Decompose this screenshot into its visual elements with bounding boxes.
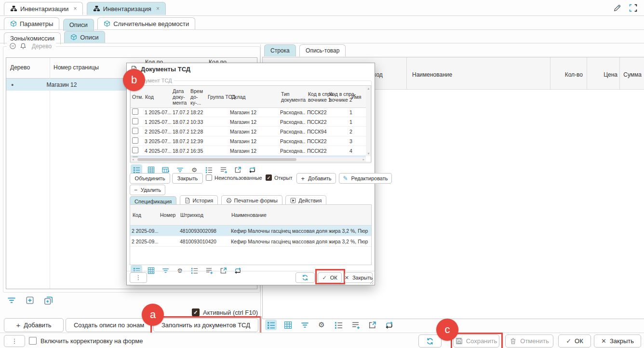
unused-checkbox-row: Неиспользованные bbox=[206, 174, 262, 181]
open-checkbox-label: Открыт bbox=[274, 175, 292, 181]
tsd-doc-row[interactable]: 3 2025-07...18.07.2512:39Магазин 12Расхо… bbox=[131, 136, 366, 146]
horizontal-scrollbar[interactable]: ◂ ▸ bbox=[131, 157, 366, 162]
tab-close-icon[interactable]: × bbox=[73, 5, 77, 12]
tab-stroka[interactable]: Строка bbox=[264, 44, 296, 56]
doc-add-button[interactable]: +Добавить bbox=[296, 173, 336, 184]
tab-opis-tovar[interactable]: Опись-товар bbox=[299, 44, 346, 56]
dialog-menu-button[interactable]: ⋮ bbox=[130, 272, 147, 283]
h-spec-name[interactable]: Наименование bbox=[231, 212, 267, 218]
close-x-icon: ✕ bbox=[601, 337, 606, 345]
tab-history[interactable]: История bbox=[180, 195, 218, 205]
h-type[interactable]: Тип документа bbox=[281, 91, 306, 103]
doc-delete-button[interactable]: −Удалить bbox=[130, 185, 165, 195]
row-checkbox[interactable] bbox=[132, 147, 138, 153]
edit-pencil-icon[interactable] bbox=[613, 4, 621, 12]
h-code[interactable]: Код bbox=[145, 94, 154, 100]
col-header-qty[interactable]: Кол-во bbox=[552, 71, 583, 78]
kebab-icon: ⋮ bbox=[135, 274, 141, 281]
save-button[interactable]: Сохранить bbox=[453, 335, 499, 348]
fullscreen-icon[interactable] bbox=[629, 4, 637, 12]
spec-row-selected[interactable]: 2 2025-09... 4810093002098 Кефир Малочны… bbox=[130, 226, 371, 236]
row-checkbox[interactable] bbox=[132, 128, 138, 134]
spec-table[interactable]: Код Номер Штрихкод Наименование 2 2025-0… bbox=[130, 204, 372, 265]
dialog-refresh-button[interactable] bbox=[295, 272, 315, 283]
loop-refresh-icon[interactable] bbox=[383, 320, 395, 330]
tsd-doc-row[interactable]: 1 2025-07...17.07.2518:22Магазин 12Расхо… bbox=[131, 107, 366, 117]
tsd-doc-table-header: Отм. Код Дата доку- мента Врем до- ку-..… bbox=[131, 86, 366, 108]
numbered-list-icon[interactable] bbox=[333, 320, 344, 330]
row-checkbox[interactable] bbox=[132, 137, 138, 144]
list-view-icon[interactable] bbox=[265, 320, 277, 330]
tab-close-icon[interactable]: × bbox=[156, 5, 160, 12]
tab-opisi-2[interactable]: Описи bbox=[64, 31, 105, 43]
adjust-checkbox-row: Включить корректировку на форме bbox=[29, 337, 143, 345]
h-spec-num[interactable]: Номер bbox=[160, 212, 175, 218]
dialog-close-button[interactable]: ✕ Закрыть bbox=[345, 272, 373, 283]
add-row-icon[interactable] bbox=[349, 320, 361, 330]
settings-gear-icon[interactable]: ⚙ bbox=[316, 320, 327, 330]
spec-row[interactable]: 2 2025-09... 4810093010420 Кефир Малочны… bbox=[130, 236, 371, 247]
tab-slichitelnye[interactable]: Сличительные ведомости bbox=[97, 17, 195, 29]
doc-edit-button[interactable]: ✎Редактировать bbox=[339, 173, 392, 184]
open-external-icon[interactable] bbox=[366, 320, 378, 330]
add-row-icon[interactable] bbox=[217, 164, 229, 175]
dialog-ok-button[interactable]: ✓ ОК bbox=[318, 272, 342, 283]
h-spec-barcode[interactable]: Штрихкод bbox=[180, 212, 203, 218]
ok-button[interactable]: ✓ ОК bbox=[558, 335, 591, 348]
plus-icon: + bbox=[301, 175, 305, 182]
create-zones-button[interactable]: Создать описи по зонам bbox=[66, 318, 152, 332]
window-tab-inventarizacii[interactable]: Инвентаризации × bbox=[4, 2, 83, 15]
add-box-icon[interactable] bbox=[24, 295, 36, 306]
open-external-icon[interactable] bbox=[232, 164, 243, 175]
tab-parametry[interactable]: Параметры bbox=[4, 17, 59, 29]
filter-icon[interactable] bbox=[6, 295, 17, 306]
pencil-icon: ✎ bbox=[343, 175, 348, 182]
loop-refresh-icon[interactable] bbox=[246, 164, 258, 175]
adjust-checkbox[interactable] bbox=[29, 337, 37, 345]
cancel-button[interactable]: Отменить bbox=[505, 335, 553, 348]
col-header-name[interactable]: Наименование bbox=[412, 71, 452, 78]
h-spec-code[interactable]: Код bbox=[133, 212, 141, 218]
trash-icon bbox=[510, 337, 517, 345]
filter-icon[interactable] bbox=[299, 320, 310, 330]
grid-view-icon[interactable] bbox=[282, 320, 294, 330]
unused-checkbox[interactable] bbox=[206, 174, 212, 181]
collapse-icon[interactable] bbox=[9, 42, 16, 50]
h-store[interactable]: Склад bbox=[231, 94, 245, 100]
numbered-list-icon[interactable] bbox=[203, 164, 215, 175]
add-multiple-icon[interactable] bbox=[42, 295, 54, 306]
save-button-label: Сохранить bbox=[466, 337, 497, 345]
close-button[interactable]: ✕ Закрыть bbox=[594, 335, 641, 348]
col-header-page-number[interactable]: Номер страницы bbox=[54, 64, 99, 71]
row-checkbox[interactable] bbox=[132, 118, 138, 124]
tab-label: Зоны/комиссии bbox=[10, 35, 54, 42]
resize-grip-icon[interactable] bbox=[370, 280, 374, 284]
h-date[interactable]: Дата доку- мента bbox=[173, 88, 187, 106]
active-checkbox[interactable]: ✓ bbox=[192, 308, 200, 316]
col-header-price[interactable]: Цена bbox=[590, 71, 617, 78]
vertical-scrollbar[interactable]: ▲ ▼ bbox=[366, 86, 371, 156]
bell-icon[interactable] bbox=[20, 42, 27, 50]
col-header-tree[interactable]: Дерево bbox=[10, 64, 30, 71]
tsd-doc-row[interactable]: 1 2025-07...18.07.2510:33Магазин 12Расхо… bbox=[131, 117, 366, 127]
col-header-sum[interactable]: Сумма bbox=[619, 71, 642, 78]
tsd-doc-row[interactable]: 2 2025-07...18.07.2512:28Магазин 12Расхо… bbox=[131, 127, 366, 136]
statusbar-menu-button[interactable]: ⋮ bbox=[4, 335, 25, 347]
row-checkbox[interactable] bbox=[132, 108, 138, 115]
h-name[interactable]: Имя bbox=[351, 94, 361, 100]
close-doc-button[interactable]: Закрыть bbox=[172, 173, 203, 184]
tab-actions[interactable]: Действия bbox=[285, 195, 326, 205]
tab-print-forms[interactable]: Печатные формы bbox=[221, 195, 282, 205]
fill-from-tsd-button[interactable]: Заполнить из документов ТСД bbox=[153, 318, 258, 332]
tab-opisi[interactable]: Описи bbox=[63, 19, 94, 31]
tsd-doc-row[interactable]: 4 2025-07...18.07.2516:35Магазин 12Расхо… bbox=[131, 146, 366, 156]
refresh-icon bbox=[302, 274, 309, 281]
tsd-doc-table[interactable]: Отм. Код Дата доку- мента Врем до- ку-..… bbox=[130, 85, 371, 162]
window-tab-inventarizaciya[interactable]: Инвентаризация × bbox=[87, 2, 166, 15]
add-button[interactable]: + Добавить bbox=[4, 318, 64, 332]
h-mark[interactable]: Отм. bbox=[132, 94, 143, 100]
h-time[interactable]: Врем до- ку-... bbox=[190, 88, 203, 106]
tree-groupbox-header: Дерево bbox=[7, 42, 56, 50]
merge-button[interactable]: Объединить bbox=[130, 173, 170, 184]
open-checkbox[interactable]: ✓ bbox=[266, 174, 272, 181]
